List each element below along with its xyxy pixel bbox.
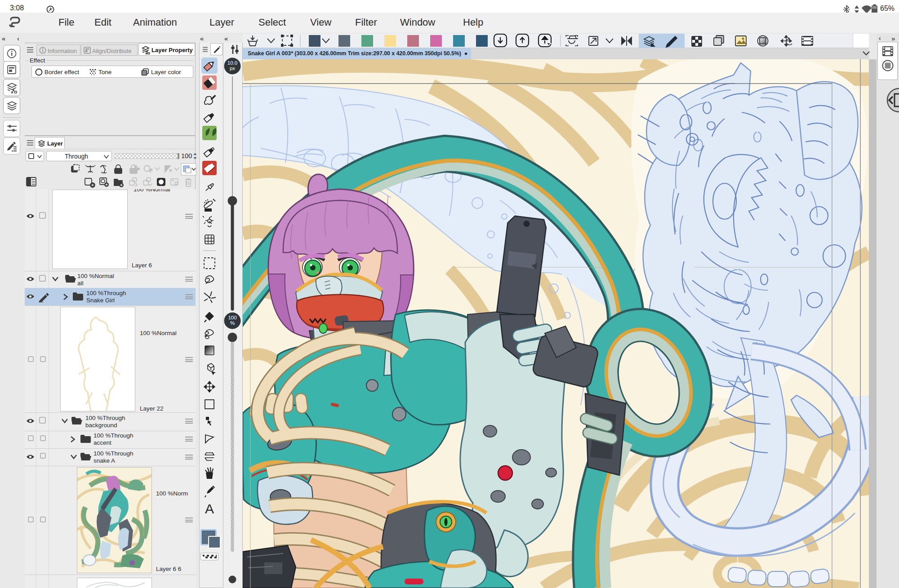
svg-text:10.0: 10.0: [227, 60, 237, 66]
svg-text:px: px: [230, 66, 235, 71]
svg-text:100: 100: [228, 315, 236, 320]
svg-text:A: A: [205, 501, 214, 516]
svg-text:%: %: [230, 320, 235, 326]
